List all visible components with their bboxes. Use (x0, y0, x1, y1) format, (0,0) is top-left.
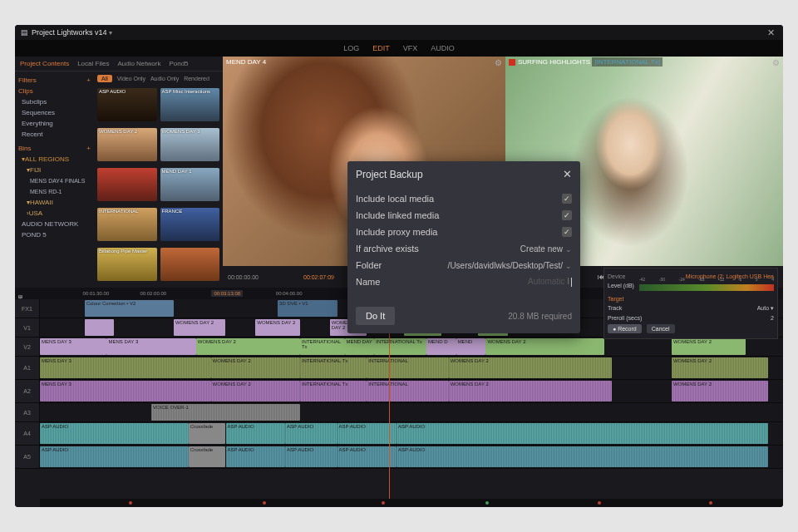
mode-tab-log[interactable]: LOG (343, 44, 359, 52)
timeline-clip[interactable]: ASP AUDIO (226, 423, 286, 444)
timeline-marker[interactable] (129, 501, 132, 505)
timeline-clip[interactable]: WOMENS DAY 2 (672, 357, 768, 378)
track-value[interactable]: Auto ▾ (757, 305, 774, 312)
timeline-clip[interactable]: ASP AUDIO (337, 423, 397, 444)
filter-all[interactable]: All (97, 75, 112, 82)
timeline-clip[interactable]: ASP AUDIO (40, 423, 189, 444)
clip-thumbnail[interactable]: INTERNATIONAL (97, 208, 157, 241)
timeline-marker[interactable] (709, 501, 712, 505)
clip-thumbnail[interactable] (160, 248, 220, 281)
tree-item[interactable]: Sequences (18, 107, 91, 118)
clip-thumbnail[interactable]: ASP Misc Interactions (160, 88, 220, 121)
track-body[interactable]: VOICE OVER-1 (40, 403, 783, 421)
timeline-clip[interactable]: WOMENS DAY 2 (449, 357, 613, 378)
dialog-close-button[interactable]: ✕ (563, 168, 572, 180)
track-label[interactable]: A4 (15, 422, 40, 445)
record-button[interactable]: ● Record (608, 324, 642, 333)
timeline-clip[interactable]: INTERNATIONAL Tx (374, 338, 426, 355)
timeline-clip[interactable]: INTERNATIONAL Tx (300, 381, 367, 401)
panel-tab[interactable]: Audio Network (117, 60, 160, 67)
timeline-clip[interactable]: INTERNATIONAL (367, 381, 448, 401)
tree-item[interactable]: Everything (18, 118, 91, 129)
window-close-button[interactable]: ✕ (764, 27, 778, 38)
clip-thumbnail[interactable] (97, 168, 157, 201)
clip-thumbnail[interactable]: WOMENS DAY 3 (160, 128, 220, 161)
timeline-clip[interactable]: MEND DAY (345, 338, 375, 355)
timeline-clip[interactable]: WOMENS DAY 2 (672, 338, 746, 355)
timeline-clip[interactable]: Crossfade (189, 423, 226, 444)
track-label[interactable]: FX1 (15, 299, 40, 318)
bin-fiji[interactable]: ▾FIJI (18, 165, 91, 175)
timeline-clip[interactable]: WOMENS DAY 2 (174, 319, 226, 336)
timeline-clip[interactable]: WOMENS DAY 2 (449, 381, 613, 401)
dropdown[interactable]: /Users/davidlwks/Desktop/Test/⌄ (448, 261, 572, 270)
track-body[interactable]: ASP AUDIOCrossfadeASP AUDIOASP AUDIOASP … (40, 446, 783, 468)
timeline-clip[interactable]: INTERNATIONAL Tx (300, 338, 345, 355)
timeline-clip[interactable]: Crossfade (189, 446, 226, 467)
tree-item[interactable]: POND 5 (18, 229, 91, 240)
timeline-clip[interactable]: MENS DAY 3 (40, 338, 106, 355)
timeline-marker[interactable] (382, 501, 385, 505)
track-body[interactable]: ASP AUDIOCrossfadeASP AUDIOASP AUDIOASP … (40, 422, 783, 445)
add-icon[interactable]: + (86, 75, 91, 86)
checkbox[interactable]: ✓ (562, 194, 572, 204)
panel-tab[interactable]: Pond5 (169, 60, 188, 67)
tree-item[interactable]: MENS DAY4 FINALS (18, 175, 91, 186)
mode-tab-audio[interactable]: AUDIO (431, 44, 455, 52)
track-label[interactable]: V2 (15, 337, 40, 356)
bin-all-regions[interactable]: ▾ALL REGIONS (18, 154, 91, 165)
timeline-clip[interactable]: ASP AUDIO (397, 423, 768, 444)
timeline-clip[interactable]: Colour Correction • V2 (85, 300, 174, 317)
panel-tab[interactable]: Project Contents (20, 60, 69, 67)
track-label[interactable]: A1 (15, 357, 40, 379)
clip-thumbnail[interactable]: WOMENS DAY 2 (97, 128, 157, 161)
timeline-clip[interactable]: MENS DAY 3 (40, 357, 211, 378)
track-label[interactable]: A2 (15, 380, 40, 402)
bin-hawaii[interactable]: ▾HAWAII (18, 197, 91, 208)
tree-item[interactable]: AUDIO NETWORK (18, 219, 91, 229)
timeline-clip[interactable]: WOMENS DAY 2 (255, 319, 300, 336)
tool-icon[interactable]: ◇ (18, 293, 22, 299)
timeline-clip[interactable]: MEND (456, 338, 486, 355)
tree-item[interactable]: Subclips (18, 96, 91, 107)
project-menu-chevron[interactable]: ▾ (109, 29, 112, 37)
timeline-clip[interactable]: ASP AUDIO (285, 423, 337, 444)
timeline-clip[interactable]: WOMENS DAY 2 (196, 338, 300, 355)
checkbox[interactable]: ✓ (562, 210, 572, 220)
track-label[interactable]: A5 (15, 446, 40, 468)
timeline-clip[interactable]: MEND D (426, 338, 456, 355)
gear-icon[interactable]: ⚙ (772, 58, 780, 67)
timeline-clip[interactable]: INTERNATIONAL Tx (300, 357, 367, 378)
panel-tab[interactable]: Local Files (77, 60, 109, 67)
do-it-button[interactable]: Do It (356, 307, 395, 325)
timeline-clip[interactable]: ASP AUDIO (337, 446, 397, 467)
dropdown[interactable]: Create new⌄ (520, 244, 572, 254)
preroll-value[interactable]: 2 (771, 315, 774, 321)
timeline-marker[interactable] (485, 501, 489, 505)
track-label[interactable]: V1 (15, 318, 40, 337)
app-menu-icon[interactable]: ▤ (20, 28, 28, 37)
filter-rendered[interactable]: Rendered (184, 76, 209, 81)
timeline-clip[interactable]: ASP AUDIO (285, 446, 337, 467)
filter-video[interactable]: Video Only (117, 76, 145, 81)
timeline-marker[interactable] (598, 501, 601, 505)
timeline-clip[interactable]: ASP AUDIO (397, 446, 768, 467)
mode-tab-edit[interactable]: EDIT (372, 44, 390, 52)
timeline-clip[interactable]: WOMENS DAY 2 (672, 381, 768, 401)
timeline-clip[interactable]: WOMENS DAY 2 (211, 357, 300, 378)
timeline-markers[interactable] (40, 499, 783, 507)
track-body[interactable]: MENS DAY 3WOMENS DAY 2INTERNATIONAL TxIN… (40, 357, 783, 379)
timeline-clip[interactable]: VOICE OVER-1 (151, 404, 300, 421)
timeline-marker[interactable] (263, 501, 266, 505)
timeline-clip[interactable]: MENS DAY 3 (106, 338, 195, 355)
name-input[interactable]: Automatic I (397, 277, 572, 287)
clip-thumbnail[interactable]: FRANCE (160, 208, 220, 241)
timeline-clip[interactable]: ASP AUDIO (40, 446, 189, 467)
bin-usa[interactable]: ›USA (18, 208, 91, 219)
timeline-clip[interactable]: WOMENS DAY 2 (485, 338, 604, 355)
add-icon[interactable]: + (86, 143, 91, 154)
tree-item[interactable]: MENS RD-1 (18, 186, 91, 197)
filter-audio[interactable]: Audio Only (150, 76, 179, 81)
timeline-clip[interactable]: ASP AUDIO (226, 446, 286, 467)
checkbox[interactable]: ✓ (562, 227, 572, 237)
